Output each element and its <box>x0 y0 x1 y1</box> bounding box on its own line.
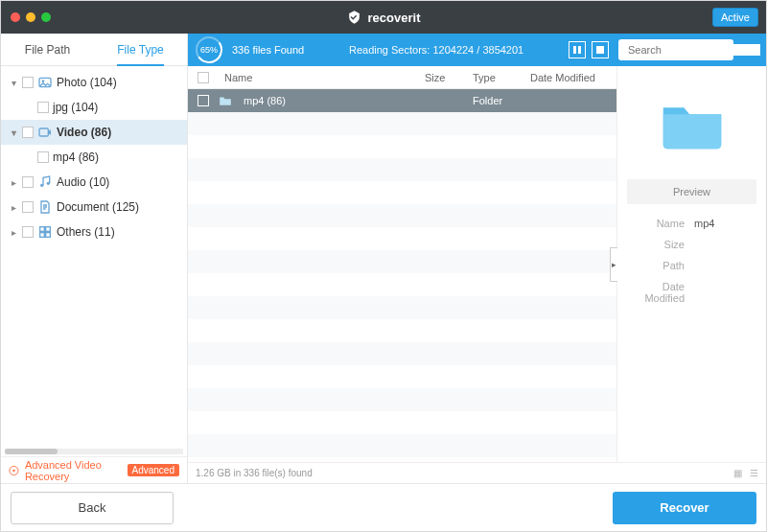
tree-item-jpg[interactable]: jpg (104) <box>1 95 187 120</box>
tree-label: Others (11) <box>57 225 115 239</box>
title-bar: recoverit Active <box>1 1 766 34</box>
search-box[interactable] <box>618 39 733 60</box>
row-name: mp4 (86) <box>238 95 425 106</box>
tree-label: mp4 (86) <box>53 150 99 164</box>
back-button[interactable]: Back <box>11 492 174 524</box>
svg-rect-7 <box>40 233 45 238</box>
chevron-down-icon[interactable]: ▾ <box>9 78 18 88</box>
checkbox[interactable] <box>37 102 49 113</box>
others-icon <box>37 224 53 240</box>
audio-icon <box>37 174 53 190</box>
file-list: Name Size Type Date Modified mp4 (86) Fo… <box>188 66 617 462</box>
sidebar: File Path File Type ▾ Photo (104) jpg (1… <box>1 34 188 483</box>
row-checkbox[interactable] <box>198 95 209 106</box>
tree-label: Video (86) <box>57 126 111 139</box>
pause-icon <box>573 46 581 54</box>
advanced-video-recovery[interactable]: Advanced Video Recovery Advanced <box>1 456 187 483</box>
reading-sectors: Reading Sectors: 1204224 / 3854201 <box>349 44 523 56</box>
tree-item-mp4[interactable]: mp4 (86) <box>1 145 187 170</box>
meta-name-val: mp4 <box>694 218 714 229</box>
col-type[interactable]: Type <box>473 72 530 83</box>
progress-circle: 65% <box>196 36 222 63</box>
checkbox[interactable] <box>22 226 34 238</box>
tree-label: jpg (104) <box>53 101 98 114</box>
col-modified[interactable]: Date Modified <box>530 72 616 83</box>
tree-label: Photo (104) <box>57 76 117 89</box>
status-summary: 1.26 GB in 336 file(s) found <box>196 468 313 478</box>
files-found: 336 files Found <box>232 44 304 56</box>
close-icon[interactable] <box>11 12 20 22</box>
recover-button[interactable]: Recover <box>613 492 756 524</box>
svg-rect-2 <box>39 128 48 136</box>
footer: Back Recover <box>1 483 766 531</box>
folder-preview-icon <box>658 95 727 150</box>
maximize-icon[interactable] <box>41 12 51 22</box>
video-recovery-icon <box>9 464 19 477</box>
checkbox[interactable] <box>22 201 34 213</box>
svg-rect-6 <box>46 227 51 232</box>
list-view-icon[interactable]: ☰ <box>750 468 758 478</box>
filter-icon[interactable] <box>743 42 758 58</box>
stop-icon <box>596 46 604 54</box>
photo-icon <box>37 75 53 90</box>
active-badge[interactable]: Active <box>712 8 758 27</box>
search-input[interactable] <box>628 44 760 56</box>
tab-file-type[interactable]: File Type <box>94 34 187 65</box>
tree-item-audio[interactable]: ▸ Audio (10) <box>1 170 187 195</box>
chevron-right-icon[interactable]: ▸ <box>9 202 18 213</box>
scrollbar-thumb[interactable] <box>5 449 58 454</box>
status-bar: 1.26 GB in 336 file(s) found ▦ ☰ <box>188 462 766 483</box>
tree-item-video[interactable]: ▾ Video (86) <box>1 120 187 145</box>
stop-button[interactable] <box>592 41 609 58</box>
sidebar-scrollbar[interactable] <box>5 449 183 454</box>
list-rows: mp4 (86) Folder <box>188 89 616 462</box>
folder-icon <box>219 95 232 106</box>
tree-label: Document (125) <box>57 200 139 214</box>
app-brand: recoverit <box>347 10 421 25</box>
sidebar-tabs: File Path File Type <box>1 34 187 66</box>
brand-text: recoverit <box>368 11 421 25</box>
list-row[interactable]: mp4 (86) Folder <box>188 89 616 112</box>
tree-item-others[interactable]: ▸ Others (11) <box>1 220 187 244</box>
window-controls <box>1 12 51 22</box>
meta-size-key: Size <box>627 239 694 250</box>
progress-pct: 65% <box>200 45 218 55</box>
preview-panel: Preview Namemp4 Size Path Date Modified <box>617 66 766 462</box>
row-type: Folder <box>473 95 530 106</box>
scan-toolbar: 65% 336 files Found Reading Sectors: 120… <box>188 34 766 66</box>
svg-point-1 <box>42 80 45 82</box>
checkbox[interactable] <box>22 127 34 138</box>
tree-item-document[interactable]: ▸ Document (125) <box>1 195 187 220</box>
tree-item-photo[interactable]: ▾ Photo (104) <box>1 70 187 95</box>
advanced-badge: Advanced <box>128 464 179 476</box>
preview-toggle-handle[interactable]: ▸ <box>610 247 617 282</box>
adv-label: Advanced Video Recovery <box>25 459 122 482</box>
svg-point-3 <box>40 184 43 187</box>
chevron-down-icon[interactable]: ▾ <box>9 127 18 138</box>
tree-label: Audio (10) <box>57 175 109 189</box>
grid-view-icon[interactable]: ▦ <box>733 468 742 478</box>
pause-button[interactable] <box>569 41 586 58</box>
minimize-icon[interactable] <box>26 12 35 22</box>
tab-file-path[interactable]: File Path <box>1 34 94 65</box>
checkbox[interactable] <box>22 176 34 188</box>
file-type-tree: ▾ Photo (104) jpg (104) ▾ Video (86) <box>1 66 187 449</box>
select-all-checkbox[interactable] <box>198 72 209 83</box>
chevron-right-icon[interactable]: ▸ <box>9 227 18 238</box>
chevron-right-icon[interactable]: ▸ <box>9 177 18 188</box>
preview-meta: Namemp4 Size Path Date Modified <box>627 218 756 313</box>
checkbox[interactable] <box>37 151 49 163</box>
meta-mod-key: Date Modified <box>627 281 694 304</box>
meta-name-key: Name <box>627 218 694 229</box>
document-icon <box>37 199 53 215</box>
meta-path-key: Path <box>627 260 694 271</box>
svg-point-4 <box>47 182 50 185</box>
svg-rect-5 <box>40 227 45 232</box>
checkbox[interactable] <box>22 77 34 88</box>
col-name[interactable]: Name <box>219 72 425 83</box>
preview-button[interactable]: Preview <box>627 179 756 204</box>
video-icon <box>37 125 53 140</box>
col-size[interactable]: Size <box>425 72 473 83</box>
row-stripes <box>188 89 616 462</box>
list-header: Name Size Type Date Modified <box>188 66 616 89</box>
